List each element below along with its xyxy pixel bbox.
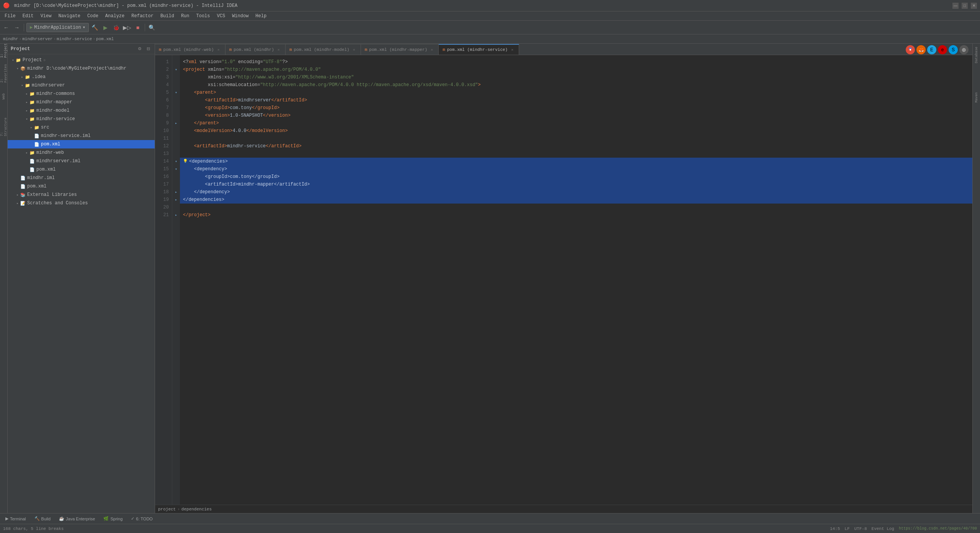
menu-item-build[interactable]: Build [157,13,177,20]
breadcrumb-pomxml[interactable]: pom.xml [96,37,114,41]
menu-item-analyze[interactable]: Analyze [102,13,127,20]
menu-item-navigate[interactable]: Navigate [55,13,83,20]
panel-collapse-btn[interactable]: ⊟ [145,46,152,52]
tree-external-libraries[interactable]: ▸ 📚 External Libraries [8,191,155,199]
ie-browser-btn[interactable]: e [938,45,947,54]
menu-item-edit[interactable]: Edit [20,13,37,20]
right-sidebar: Database Maven [972,44,980,513]
menu-item-run[interactable]: Run [178,13,193,20]
tree-mindhr-mapper[interactable]: ▸ 📁 mindhr-mapper [8,98,155,106]
tree-service-iml[interactable]: 📄 mindhr-service.iml [8,132,155,140]
maven-tool-btn[interactable]: Maven [974,91,979,104]
tab-pom-service[interactable]: m pom.xml (mindhr-service) ✕ [439,44,519,55]
safari-browser-btn[interactable]: S [949,45,958,54]
menu-item-view[interactable]: View [38,13,55,20]
run-config-dropdown[interactable]: ▶ MindhrApplication ▾ [26,23,89,32]
tab-close-web[interactable]: ✕ [216,47,221,52]
tab-close-mindhr[interactable]: ✕ [276,47,281,52]
menu-item-file[interactable]: File [2,13,19,20]
debug-btn[interactable]: 🐞 [112,23,121,32]
menu-item-vcs[interactable]: VCS [214,13,229,20]
tree-arrow-scratches: ▸ [15,201,20,205]
status-lf[interactable]: LF [844,526,849,531]
tree-idea[interactable]: ▸ 📁 .idea [8,73,155,81]
menu-item-code[interactable]: Code [84,13,101,20]
tree-project-root[interactable]: ▾ 📁 Project ⊙ [8,56,155,64]
tab-close-model[interactable]: ✕ [351,47,357,52]
structure-tool-btn[interactable]: 7: Structure [0,123,8,131]
tree-mindhrserver[interactable]: ▾ 📁 mindhrserver [8,81,155,90]
status-url[interactable]: https://blog.csdn.net/pages/40/700 [899,526,977,531]
status-chars[interactable]: 168 chars, 5 line breaks [3,526,64,531]
java-enterprise-btn[interactable]: ☕ Java Enterprise [55,515,99,522]
breadcrumb-mindhr[interactable]: mindhr [3,37,18,41]
database-tool-btn[interactable]: Database [974,45,979,65]
breadcrumb-mindhr-service[interactable]: mindhr-service [57,37,92,41]
fold-project[interactable]: ▾ [175,67,177,72]
fold-project-end[interactable]: ▸ [175,213,177,217]
chrome-browser-btn[interactable] [906,45,915,54]
more-browsers-btn[interactable]: ⊕ [959,45,969,54]
close-button[interactable]: ✕ [971,3,977,9]
run-coverage-btn[interactable]: ▶▷ [122,23,132,32]
stop-btn[interactable]: ■ [133,23,142,32]
breadcrumb-bar: mindhr › mindhrserver › mindhr-service ›… [0,34,980,44]
fold-parent-end[interactable]: ▸ [175,121,177,126]
code-line-9: </parent> [180,119,972,127]
firefox-browser-btn[interactable]: 🦊 [916,45,926,54]
tab-close-mapper[interactable]: ✕ [429,47,434,52]
project-tool-btn[interactable]: 1: Project [0,47,8,54]
toolbar-forward-btn[interactable]: → [12,23,21,32]
menu-item-tools[interactable]: Tools [193,13,213,20]
tab-pom-mapper[interactable]: m pom.xml (mindhr-mapper) ✕ [361,44,439,55]
build-btn[interactable]: 🔨 [90,23,100,32]
terminal-btn[interactable]: ▶ Terminal [2,515,30,522]
event-log-btn[interactable]: Event Log [872,526,894,531]
lightbulb-icon[interactable]: 💡 [183,158,188,165]
todo-btn[interactable]: ✓ 6: TODO [127,515,157,522]
menu-item-window[interactable]: Window [229,13,252,20]
breadcrumb-mindhrserver[interactable]: mindhrserver [22,37,52,41]
tree-src[interactable]: ▸ 📁 src [8,123,155,132]
build-btn-bottom[interactable]: 🔨 Build [31,515,54,522]
tree-mindhrserver-iml[interactable]: 📄 mindhrserver.iml [8,157,155,165]
tree-mindhr-service[interactable]: ▾ 📁 mindhr-service [8,115,155,123]
tree-mindhr-web[interactable]: ▸ 📁 mindhr-web [8,148,155,157]
tab-icon-mindhr: m [229,47,232,52]
fold-deps[interactable]: ▾ [175,159,177,164]
tab-close-service[interactable]: ✕ [510,47,515,52]
tab-pom-model[interactable]: m pom.xml (mindhr-model) ✕ [286,44,361,55]
run-btn[interactable]: ▶ [101,23,110,32]
tree-scratches[interactable]: ▸ 📝 Scratches and Consoles [8,199,155,207]
tree-root-pom[interactable]: 📄 pom.xml [8,182,155,191]
fold-deps-end[interactable]: ▸ [175,197,177,202]
tab-pom-mindhr[interactable]: m pom.xml (mindhr) ✕ [225,44,286,55]
minimize-button[interactable]: — [952,3,959,9]
find-action-btn[interactable]: 🔍 [147,23,157,32]
fold-parent[interactable]: ▾ [175,90,177,95]
code-content[interactable]: <?xml version="1.0" encoding="UTF-8" ?> … [180,55,972,505]
menu-item-refactor[interactable]: Refactor [128,13,157,20]
tree-mindhr-model[interactable]: ▸ 📁 mindhr-model [8,106,155,115]
fold-dep-end[interactable]: ▸ [175,190,177,194]
spring-btn[interactable]: 🌿 Spring [100,515,126,522]
breadcrumb-project[interactable]: project [158,507,176,512]
status-charset[interactable]: UTF-8 [854,526,867,531]
tree-mindhr-iml[interactable]: 📄 mindhr.iml [8,174,155,182]
web-tool-btn[interactable]: Web [0,93,8,100]
fold-dep[interactable]: ▾ [175,167,177,171]
menu-item-help[interactable]: Help [252,13,270,20]
breadcrumb-dependencies[interactable]: dependencies [181,507,212,512]
toolbar-back-btn[interactable]: ← [2,23,11,32]
tab-label-service: pom.xml (mindhr-service) [447,47,508,52]
tree-mindhr-commons[interactable]: ▸ 📁 mindhr-commons [8,90,155,98]
favorites-tool-btn[interactable]: 2: Favorites [0,70,8,77]
status-position[interactable]: 14:5 [830,526,840,531]
panel-settings-btn[interactable]: ⚙ [136,46,143,52]
tree-mindhr-root[interactable]: ▾ 📦 mindhr D:\code\MyGiteeProject\mindhr [8,64,155,73]
tree-service-pom[interactable]: 📄 pom.xml [8,140,155,148]
tab-pom-web[interactable]: m pom.xml (mindhr-web) ✕ [155,44,225,55]
edge-browser-btn[interactable]: E [927,45,936,54]
tree-server-pom[interactable]: 📄 pom.xml [8,165,155,174]
maximize-button[interactable]: □ [962,3,968,9]
